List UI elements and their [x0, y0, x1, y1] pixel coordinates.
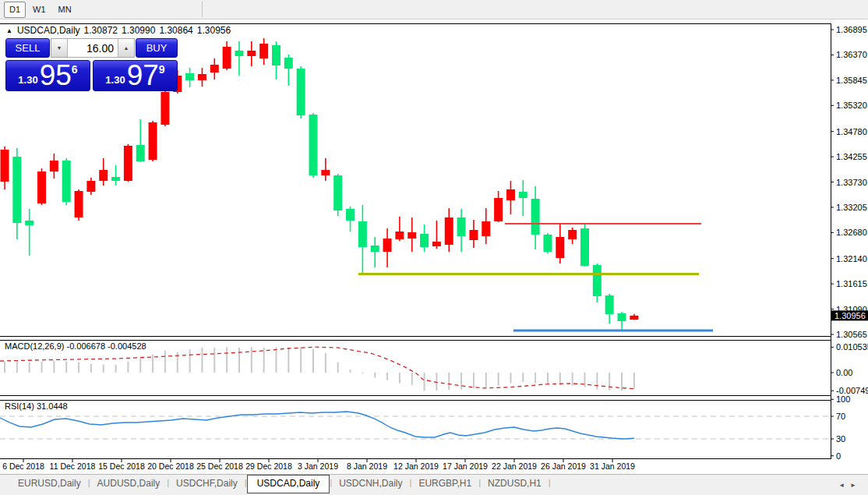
macd-histogram-bar: [337, 362, 339, 373]
timeframe-toolbar: D1W1MN: [0, 0, 868, 19]
macd-histogram-bar: [127, 362, 129, 373]
candle-up: [395, 232, 404, 239]
tab-scroll-arrows[interactable]: ◄►: [838, 482, 862, 489]
date-axis-label: 25 Dec 2018: [196, 461, 243, 471]
tab-eurgbp[interactable]: EURGBP,H1: [411, 476, 478, 492]
macd-histogram-bar: [29, 362, 30, 373]
candle-down: [519, 192, 528, 198]
price-axis-label: 1.36370: [836, 50, 867, 59]
candle-up: [86, 181, 95, 192]
candle-up: [408, 232, 416, 239]
macd-histogram-bar: [325, 353, 326, 373]
candle-up: [568, 230, 577, 239]
candle-up: [494, 198, 503, 221]
macd-label: MACD(12,26,9) -0.006678 -0.004528: [5, 341, 146, 351]
macd-histogram-bar: [535, 373, 536, 384]
macd-histogram-bar: [572, 373, 573, 386]
macd-histogram-bar: [164, 351, 166, 373]
current-price-label: 1.30956: [834, 311, 866, 320]
candle-down: [580, 228, 589, 266]
rsi-axis-label: 70: [836, 412, 845, 421]
macd-histogram-bar: [609, 373, 610, 391]
candle-down: [420, 234, 429, 247]
buy-price-pip: 9: [159, 63, 165, 76]
buy-price-panel[interactable]: 1.30 97 9: [93, 60, 178, 91]
macd-histogram-bar: [139, 359, 141, 373]
candle-down: [297, 69, 305, 115]
macd-histogram-bar: [103, 365, 104, 373]
price-axis-label: 1.32140: [836, 254, 867, 263]
timeframe-button-w1[interactable]: W1: [27, 2, 51, 18]
candle-down: [136, 145, 145, 161]
candle-up: [99, 170, 108, 181]
candle-down: [618, 313, 626, 321]
price-axis-label: 1.32680: [836, 228, 867, 237]
tab-audusd[interactable]: AUDUSD,Daily: [90, 476, 168, 492]
scroll-left-icon[interactable]: ◄: [838, 482, 850, 489]
tab-nzdusd[interactable]: NZDUSD,H1: [481, 476, 549, 492]
macd-histogram-bar: [374, 373, 376, 378]
tab-eurusd[interactable]: EURUSD,Daily: [11, 476, 88, 492]
macd-histogram-bar: [16, 362, 18, 373]
tab-usdcad[interactable]: USDCAD,Daily: [247, 475, 330, 493]
candle-up: [445, 217, 453, 245]
macd-histogram-bar: [41, 362, 43, 373]
candle-up: [321, 170, 330, 175]
rsi-value: 31.0448: [37, 401, 68, 411]
scroll-right-icon[interactable]: ►: [850, 482, 862, 489]
macd-histogram-bar: [498, 373, 499, 386]
price-axis-label: 1.36895: [836, 25, 867, 34]
candle-down: [111, 177, 120, 181]
date-axis-label: 26 Jan 2019: [541, 461, 586, 471]
tab-usdcnh[interactable]: USDCNH,Daily: [332, 476, 409, 492]
date-axis-label: 31 Jan 2019: [590, 461, 635, 471]
macd-histogram-bar: [201, 348, 203, 373]
timeframe-button-mn[interactable]: MN: [53, 2, 77, 18]
tab-divider: |: [549, 478, 551, 487]
macd-histogram-bar: [90, 364, 92, 373]
rsi-label: RSI(14) 31.0448: [5, 401, 68, 411]
macd-name: MACD(12,26,9): [5, 341, 64, 351]
candle-up: [198, 74, 206, 80]
chart-title: ▲ USDCAD,Daily 1.30872 1.30990 1.30864 1…: [6, 25, 231, 36]
symbol-name: USDCAD,Daily: [17, 25, 80, 36]
candle-up: [506, 189, 515, 200]
tab-usdchf[interactable]: USDCHF,Daily: [169, 476, 245, 492]
macd-histogram-bar: [362, 373, 363, 373]
price-axis-label: 1.31615: [836, 279, 867, 288]
candle-down: [12, 157, 21, 223]
macd-histogram-bar: [621, 373, 623, 391]
macd-histogram-bar: [559, 373, 561, 385]
sell-button[interactable]: SELL: [5, 38, 50, 58]
symbol-tabbar: EURUSD,Daily|AUDUSD,Daily|USDCHF,Daily|U…: [0, 474, 868, 495]
date-axis-label: 12 Jan 2019: [393, 461, 439, 471]
macd-histogram-bar: [350, 369, 351, 373]
macd-histogram-bar: [510, 373, 511, 384]
date-axis-label: 11 Dec 2018: [50, 461, 96, 471]
macd-histogram-bar: [399, 373, 400, 384]
macd-histogram-bar: [251, 347, 252, 373]
candle-up: [259, 44, 268, 58]
candle-down: [457, 217, 466, 236]
candle-up: [210, 65, 219, 72]
candle-up: [223, 47, 231, 69]
timeframe-button-d1[interactable]: D1: [4, 2, 26, 18]
macd-histogram-bar: [436, 373, 437, 391]
price-axis-label: 1.33730: [836, 178, 867, 187]
close-value: 1.30956: [197, 25, 231, 36]
price-axis-label: 1.35320: [836, 101, 867, 110]
buy-button[interactable]: BUY: [136, 38, 178, 58]
open-value: 1.30872: [84, 25, 118, 36]
sell-price-panel[interactable]: 1.30 95 6: [5, 60, 90, 91]
macd-axis-label: 0.00: [836, 368, 852, 377]
rsi-name: RSI(14): [5, 401, 34, 411]
volume-field[interactable]: 16.00: [68, 39, 118, 57]
buy-price-prefix: 1.30: [105, 74, 125, 86]
macd-histogram-bar: [424, 373, 425, 391]
volume-decrease-button[interactable]: ▼: [51, 39, 68, 57]
volume-increase-button[interactable]: ▲: [118, 39, 134, 57]
collapse-triangle-icon[interactable]: ▲: [6, 27, 12, 34]
macd-histogram-bar: [460, 373, 462, 390]
candle-down: [185, 73, 194, 80]
toolbar-separator: [202, 2, 203, 17]
